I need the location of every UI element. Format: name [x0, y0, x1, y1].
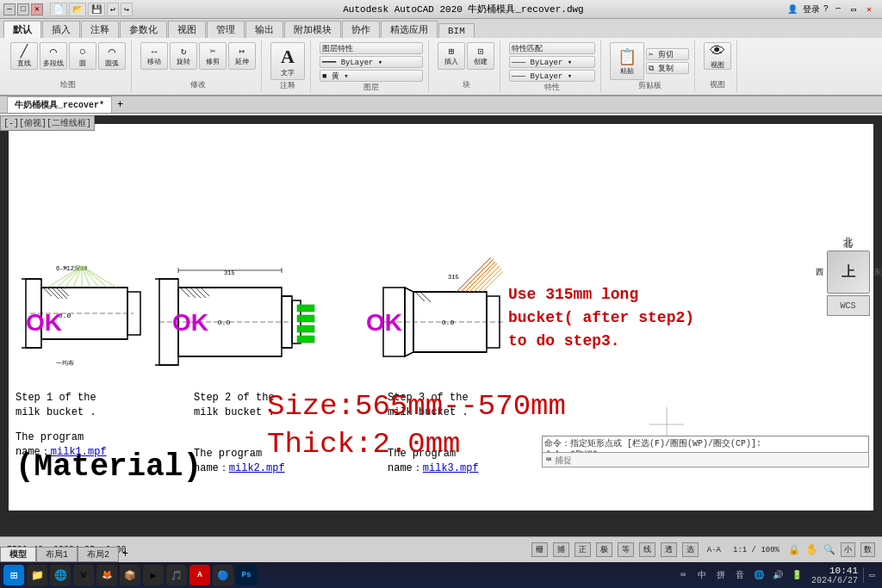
tab-parametric[interactable]: 参数化 — [120, 21, 167, 38]
properties-button[interactable]: 特性匹配 — [509, 42, 595, 54]
tab-view[interactable]: 视图 — [168, 21, 206, 38]
tray-battery[interactable]: 🔋 — [789, 567, 804, 583]
lineweight-toggle[interactable]: 线 — [639, 542, 655, 557]
insert-block-button[interactable]: ⊞ 插入 — [438, 42, 465, 70]
window-max-icon[interactable]: ▭ — [848, 4, 860, 15]
qat-new-icon[interactable]: 📄 — [50, 3, 67, 16]
tray-ime-zh[interactable]: 中 — [694, 567, 710, 583]
command-input-area: ⌨ — [542, 452, 869, 467]
snap-toggle[interactable]: 栅 — [531, 542, 548, 557]
polar-toggle[interactable]: 极 — [596, 542, 612, 557]
taskbar-chrome[interactable]: 🔵 — [213, 565, 233, 585]
doc-tab-recover[interactable]: 牛奶桶模具_recover* — [7, 96, 112, 113]
draw-circle-button[interactable]: ○ 圆 — [69, 42, 96, 70]
transparency-toggle[interactable]: 透 — [661, 542, 677, 557]
tab-annotate[interactable]: 注释 — [81, 21, 119, 38]
tray-keyboard[interactable]: ⌨ — [675, 567, 691, 583]
view-group-label: 视图 — [710, 79, 725, 90]
taskbar-ps[interactable]: Ps — [236, 565, 257, 585]
properties-group-label: 特性 — [544, 82, 560, 93]
taskbar-browser1[interactable]: 🦊 — [96, 565, 117, 585]
qat-save-icon[interactable]: 💾 — [88, 3, 105, 16]
program3-link[interactable]: milk3.mpf — [423, 462, 479, 474]
nav-cube[interactable]: 北 西 东 上 — [827, 251, 870, 294]
taskbar-wechat[interactable]: W — [73, 565, 94, 585]
taskbar-music[interactable]: 🎵 — [166, 565, 187, 585]
show-desktop-button[interactable]: ▭ — [863, 567, 879, 583]
selection-toggle[interactable]: 选 — [682, 542, 699, 557]
text-button[interactable]: A 文字 — [270, 42, 305, 80]
tab-collab[interactable]: 协作 — [342, 21, 380, 38]
workspace-button[interactable]: 数 — [860, 542, 875, 557]
qat-redo-icon[interactable]: ↪ — [121, 3, 133, 16]
scale-display[interactable]: 1:1 / 100% — [730, 545, 783, 555]
tray-ime-tone[interactable]: 音 — [732, 567, 748, 583]
svg-line-11 — [60, 288, 69, 296]
model-tab[interactable]: 模型 — [0, 547, 36, 562]
draw-polyline-button[interactable]: ⌒ 多段线 — [40, 42, 67, 70]
drawing-area[interactable]: 0.0 6-M12深30 一均布 — [0, 115, 882, 536]
tab-default[interactable]: 默认 — [3, 21, 41, 38]
help-icon[interactable]: ? — [823, 4, 829, 14]
taskbar-edge[interactable]: 🌐 — [50, 565, 71, 585]
taskbar-store[interactable]: 📦 — [120, 565, 140, 585]
tab-output[interactable]: 输出 — [245, 21, 283, 38]
step2-label: Step 2 of the milk bucket . — [194, 391, 275, 420]
close-button[interactable]: ✕ — [31, 3, 43, 15]
add-tab-button[interactable]: + — [112, 97, 128, 113]
svg-line-34 — [190, 288, 201, 298]
qat-open-icon[interactable]: 📂 — [69, 3, 86, 16]
draw-line-button[interactable]: ╱ 直线 — [10, 42, 38, 70]
layer-color-dropdown[interactable]: ■ 黄 ▾ — [320, 70, 423, 82]
taskbar-autocad[interactable]: A — [189, 565, 210, 585]
clock[interactable]: 10:41 2024/6/27 — [811, 566, 858, 585]
login-icon[interactable]: 👤 登录 — [787, 3, 820, 15]
isodraft-toggle[interactable]: 等 — [618, 542, 634, 557]
grid-toggle[interactable]: 捕 — [553, 542, 569, 557]
tab-featured[interactable]: 精选应用 — [381, 21, 438, 38]
tab-addons[interactable]: 附加模块 — [284, 21, 341, 38]
modify-extend-button[interactable]: ↦ 延伸 — [228, 42, 256, 70]
layout1-tab[interactable]: 布局1 — [36, 547, 78, 562]
create-block-button[interactable]: ⊡ 创建 — [467, 42, 494, 70]
modify-trim-button[interactable]: ✂ 修剪 — [199, 42, 227, 70]
modify-move-button[interactable]: ↔ 移动 — [140, 42, 168, 70]
tray-network[interactable]: 🌐 — [751, 567, 767, 583]
window-min-icon[interactable]: ─ — [832, 4, 844, 14]
layer-properties-button[interactable]: 图层特性 — [320, 42, 423, 54]
cut-button[interactable]: ✂ 剪切 — [646, 48, 689, 60]
tab-bim[interactable]: BIM — [438, 23, 475, 38]
linetype-dropdown[interactable]: ─── ByLayer ▾ — [509, 56, 595, 68]
minimize-button[interactable]: ─ — [3, 3, 16, 15]
modify-rotate-button[interactable]: ↻ 旋转 — [170, 42, 197, 70]
lineweight-dropdown[interactable]: ─── ByLayer ▾ — [509, 70, 595, 82]
annotation-monitor[interactable]: 小 — [841, 542, 855, 557]
tray-ime-pinyin[interactable]: 拼 — [713, 567, 729, 583]
tab-insert[interactable]: 插入 — [42, 21, 80, 38]
svg-line-25 — [82, 266, 116, 288]
program2-link[interactable]: milk2.mpf — [229, 462, 285, 474]
pan-button[interactable]: ✋ — [805, 543, 818, 556]
ortho-toggle[interactable]: 正 — [575, 542, 591, 557]
zoom-button[interactable]: 🔍 — [823, 544, 835, 555]
layer-dropdown[interactable]: ━━━ ByLayer ▾ — [320, 56, 423, 68]
draw-arc-button[interactable]: ⌒ 圆弧 — [98, 42, 126, 70]
wcs-button[interactable]: WCS — [827, 295, 870, 316]
command-input[interactable] — [555, 455, 865, 465]
window-close-icon[interactable]: ✕ — [863, 4, 875, 15]
svg-text:0.0: 0.0 — [218, 319, 231, 326]
maximize-button[interactable]: □ — [17, 3, 29, 15]
view-button[interactable]: 👁 视图 — [704, 42, 731, 70]
paste-button[interactable]: 📋 粘贴 — [610, 42, 644, 80]
copy-button[interactable]: ⧉ 复制 — [646, 62, 689, 74]
qat-undo-icon[interactable]: ↩ — [107, 3, 119, 16]
add-layout-button[interactable]: + — [119, 547, 132, 562]
layout2-tab[interactable]: 布局2 — [78, 547, 119, 562]
start-button[interactable]: ⊞ — [3, 565, 24, 585]
tray-volume[interactable]: 🔊 — [770, 567, 786, 583]
viewport-lock[interactable]: 🔒 — [788, 544, 800, 555]
taskbar-video[interactable]: ▶ — [143, 565, 164, 585]
taskbar-explorer[interactable]: 📁 — [27, 565, 47, 585]
modify-group-label: 修改 — [190, 79, 206, 90]
tab-manage[interactable]: 管理 — [207, 21, 245, 38]
